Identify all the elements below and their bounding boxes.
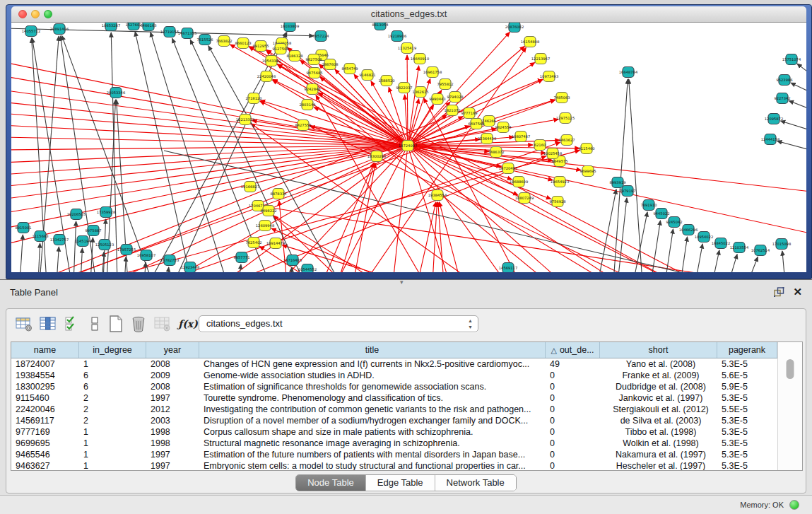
graph-node[interactable]: 8912955 [252, 41, 269, 52]
graph-node[interactable]: 8498222 [260, 206, 276, 216]
column-header-short[interactable]: short [600, 342, 717, 358]
network-graph[interactable]: 1405571220891406106532871527602646616310… [11, 23, 806, 272]
graph-node[interactable]: 12213967 [531, 54, 550, 64]
graph-node[interactable]: 9975887 [85, 226, 101, 236]
table-cell[interactable]: 18300295 [11, 381, 79, 392]
table-cell[interactable]: 1998 [146, 438, 199, 449]
table-row[interactable]: 1872400712008Changes of HCN gene express… [11, 358, 777, 370]
graph-node[interactable]: 7857224 [312, 31, 329, 42]
graph-node[interactable]: 16961758 [423, 67, 442, 78]
graph-node[interactable]: 17957255 [117, 245, 136, 255]
graph-edge[interactable] [249, 47, 700, 272]
graph-node[interactable]: 8915001 [15, 223, 31, 233]
scrollbar-thumb[interactable] [787, 359, 794, 379]
graph-node[interactable]: 18720407 [499, 163, 517, 174]
graph-node[interactable]: 9127508 [272, 44, 288, 54]
graph-edge[interactable] [781, 121, 806, 130]
close-panel-icon[interactable]: ✕ [793, 286, 802, 298]
table-cell[interactable]: 2008 [146, 358, 199, 370]
graph-node[interactable]: 1362615 [412, 87, 428, 98]
table-cell[interactable]: 5.3E-5 [717, 358, 777, 370]
memory-ok-indicator-icon[interactable] [789, 500, 799, 510]
graph-node[interactable]: 1145194 [74, 236, 91, 247]
graph-node[interactable]: 9146821 [359, 70, 375, 81]
table-cell[interactable]: 22420046 [11, 404, 79, 415]
column-header-title[interactable]: title [199, 342, 546, 358]
graph-node[interactable]: 9794028 [447, 92, 463, 103]
graph-node[interactable]: 8660123 [235, 38, 251, 49]
table-cell[interactable]: 0 [546, 381, 600, 392]
table-cell[interactable]: 2008 [146, 381, 199, 392]
column-header-out_de[interactable]: △out_de... [546, 342, 600, 358]
graph-node[interactable]: 8427552 [295, 120, 311, 131]
table-cell[interactable]: 1 [79, 358, 146, 370]
graph-node[interactable]: 12609948 [256, 221, 274, 231]
graph-node[interactable]: 17359928 [97, 207, 115, 218]
select-columns-icon[interactable] [37, 313, 59, 334]
graph-edge[interactable] [11, 137, 408, 146]
table-cell[interactable]: 2012 [146, 404, 199, 415]
network-canvas[interactable]: 1405571220891406106532871527602646616310… [11, 23, 806, 272]
table-cell[interactable]: 5.6E-5 [717, 370, 777, 381]
table-cell[interactable]: 1 [79, 449, 146, 460]
graph-node[interactable]: 2803144 [299, 100, 316, 110]
table-cell[interactable]: 5.3E-5 [717, 460, 777, 471]
table-cell[interactable]: 9777169 [11, 426, 79, 438]
graph-node[interactable]: 9445022 [653, 209, 669, 219]
table-cell[interactable]: Nakamura et al. (1997) [600, 449, 717, 460]
graph-node[interactable]: 9475685 [306, 68, 322, 78]
graph-node[interactable]: 10688609 [510, 177, 528, 187]
graph-node[interactable]: 7955812 [437, 79, 453, 90]
graph-node[interactable]: 62160 [534, 140, 546, 151]
tab-edge-table[interactable]: Edge Table [366, 475, 435, 491]
table-cell[interactable]: 18724007 [11, 358, 79, 370]
table-cell[interactable]: Jankovic et al. (1997) [600, 392, 717, 404]
graph-node[interactable]: 6497568 [468, 119, 484, 129]
graph-edge[interactable] [797, 64, 806, 74]
table-cell[interactable]: 5.3E-5 [717, 392, 777, 404]
graph-node[interactable]: 15751074 [782, 54, 801, 65]
graph-edge[interactable] [681, 237, 688, 272]
table-cell[interactable]: 5.3E-5 [717, 449, 777, 460]
graph-edge[interactable] [135, 32, 192, 272]
graph-node[interactable]: 2867608 [322, 59, 338, 70]
table-cell[interactable]: 0 [546, 392, 600, 404]
graph-node[interactable]: 19384554 [428, 190, 447, 201]
table-cell[interactable]: 1 [79, 460, 146, 471]
graph-edge[interactable] [124, 257, 126, 272]
table-cell[interactable]: 1 [79, 426, 146, 438]
graph-edge[interactable] [338, 163, 375, 272]
graph-node[interactable]: 14671355 [178, 28, 196, 39]
graph-node[interactable]: 9827508 [305, 54, 322, 65]
table-cell[interactable]: 1997 [146, 449, 199, 460]
graph-node[interactable]: 9115460 [578, 144, 594, 154]
graph-node[interactable]: 10973493 [540, 71, 558, 82]
delete-table-icon[interactable] [128, 313, 149, 334]
graph-node[interactable]: 19654923 [551, 177, 569, 187]
graph-node[interactable]: 10653287 [102, 23, 120, 31]
graph-node[interactable]: 12975125 [556, 113, 575, 124]
table-cell[interactable]: 2003 [146, 415, 199, 426]
table-cell[interactable]: 14569117 [11, 415, 79, 426]
graph-node[interactable]: 14569117 [499, 263, 517, 273]
table-settings-icon[interactable] [13, 313, 35, 334]
create-table-icon[interactable] [105, 313, 126, 334]
table-cell[interactable]: 0 [546, 370, 600, 381]
table-cell[interactable]: 9115460 [11, 392, 79, 404]
table-cell[interactable]: 1997 [146, 392, 199, 404]
graph-node[interactable]: 1821072 [444, 105, 460, 116]
graph-node[interactable]: 9242848 [304, 84, 320, 95]
table-cell[interactable]: 5.3E-5 [717, 426, 777, 438]
graph-edge[interactable] [11, 146, 408, 245]
table-cell[interactable]: 2 [79, 415, 146, 426]
graph-node[interactable]: 9227342 [774, 93, 790, 104]
table-cell[interactable]: 1998 [146, 426, 199, 438]
graph-node[interactable]: 2718120 [245, 93, 261, 104]
table-row[interactable]: 1456911722003Disruption of a novel membe… [11, 415, 777, 426]
table-cell[interactable]: 49 [546, 358, 600, 370]
graph-edge[interactable] [712, 250, 719, 272]
graph-node[interactable]: 16033809 [281, 23, 299, 32]
table-cell[interactable]: 9699695 [11, 438, 79, 449]
graph-node[interactable]: 7691910 [640, 200, 657, 211]
graph-edge[interactable] [167, 146, 408, 272]
